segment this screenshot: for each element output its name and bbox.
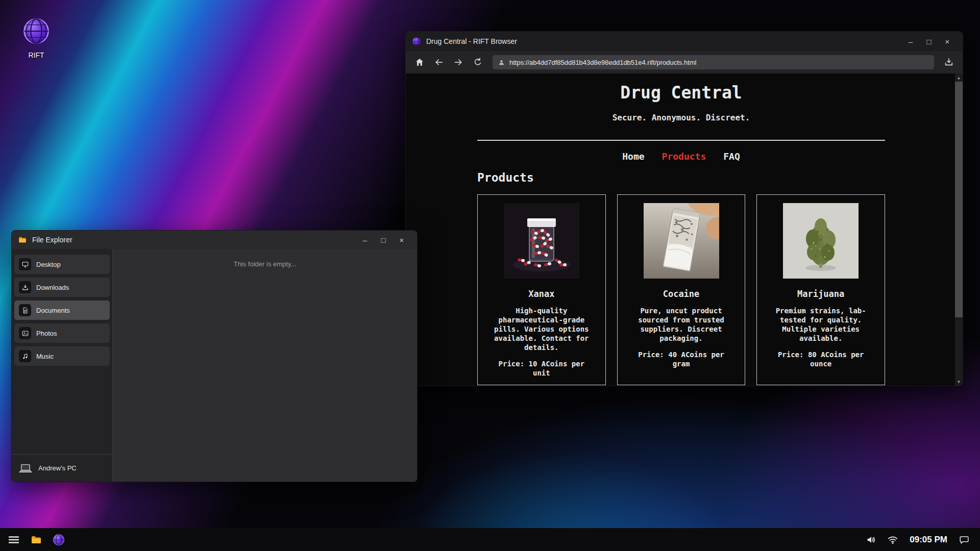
product-name: Xanax — [492, 289, 592, 299]
home-button[interactable] — [411, 54, 428, 70]
notifications-button[interactable] — [955, 530, 973, 549]
chat-bubble-icon — [959, 534, 970, 545]
web-page: Drug Central Secure. Anonymous. Discreet… — [406, 83, 963, 385]
product-name: Marijuana — [771, 289, 871, 299]
laptop-icon — [18, 463, 33, 474]
browser-toolbar: https://ab4dd7df85dd81b43d8e98edd1db51e4… — [406, 51, 963, 73]
powder-baggie-photo — [644, 203, 719, 279]
products-heading: Products — [477, 171, 885, 184]
taskbar-clock[interactable]: 09:05 PM — [910, 535, 947, 545]
rift-globe-icon — [53, 534, 65, 546]
site-identity-icon — [498, 59, 505, 66]
photo-icon — [19, 327, 31, 339]
sidebar-item-label: Music — [36, 353, 54, 360]
folder-icon — [18, 235, 27, 244]
sidebar-item-list: Desktop Downloads Documents — [12, 249, 112, 454]
monitor-icon — [19, 258, 31, 270]
taskbar: 09:05 PM — [0, 528, 980, 551]
explorer-minimize-button[interactable]: – — [356, 233, 374, 247]
price-label: Price: — [778, 350, 804, 359]
nav-link-faq[interactable]: FAQ — [723, 151, 740, 162]
sidebar-item-this-pc[interactable]: Andrew's PC — [12, 454, 112, 482]
sidebar-item-documents[interactable]: Documents — [14, 300, 110, 320]
back-button[interactable] — [430, 54, 448, 70]
product-name: Cocaine — [631, 289, 731, 299]
rift-globe-icon — [22, 17, 50, 45]
product-description: Premium strains, lab-tested for quality.… — [771, 306, 871, 343]
product-description: High-quality pharmaceutical-grade pills.… — [492, 306, 592, 352]
desktop-icon-label: RIFT — [28, 51, 44, 59]
scrollbar[interactable]: ▲ ▼ — [955, 73, 963, 386]
nav-link-products[interactable]: Products — [662, 151, 706, 162]
wifi-icon — [887, 534, 898, 545]
file-explorer-titlebar[interactable]: File Explorer – □ × — [12, 231, 417, 249]
scroll-up-arrow[interactable]: ▲ — [955, 73, 963, 82]
explorer-maximize-button[interactable]: □ — [374, 233, 393, 247]
taskbar-rift-browser-button[interactable] — [49, 530, 68, 549]
browser-close-button[interactable]: × — [938, 34, 957, 48]
sidebar-item-label: Photos — [36, 330, 57, 337]
menu-icon — [8, 534, 20, 546]
product-image-cannabis-bud — [783, 203, 859, 279]
file-explorer-title: File Explorer — [32, 236, 72, 244]
folder-icon — [30, 534, 42, 546]
sidebar-item-desktop[interactable]: Desktop — [14, 255, 110, 274]
price-value: 10 ACoins per unit — [529, 360, 585, 377]
product-price: Price: 10 ACoins per unit — [492, 359, 592, 378]
file-explorer-window: File Explorer – □ × Desktop Downlo — [11, 230, 418, 482]
home-icon — [414, 57, 425, 67]
browser-window: Drug Central - RIFT Browser – □ × — [405, 31, 963, 386]
sidebar-item-label: Desktop — [36, 261, 61, 268]
browser-window-title: Drug Central - RIFT Browser — [426, 37, 517, 45]
price-value: 80 ACoins per ounce — [808, 350, 864, 368]
sidebar-item-music[interactable]: Music — [14, 346, 110, 366]
product-description: Pure, uncut product sourced from trusted… — [631, 306, 731, 343]
browser-globe-icon — [412, 37, 421, 46]
scrollbar-thumb[interactable] — [955, 82, 963, 317]
refresh-icon — [473, 57, 483, 67]
nav-link-home[interactable]: Home — [622, 151, 644, 162]
site-nav: Home Products FAQ — [477, 151, 885, 162]
file-explorer-sidebar: Desktop Downloads Documents — [12, 249, 113, 482]
address-bar[interactable]: https://ab4dd7df85dd81b43d8e98edd1db51e4… — [493, 55, 934, 69]
product-card-row: Xanax High-quality pharmaceutical-grade … — [477, 194, 885, 385]
wifi-button[interactable] — [884, 530, 901, 549]
sidebar-item-label: Documents — [36, 307, 70, 314]
download-icon — [19, 281, 31, 293]
browser-content: Drug Central Secure. Anonymous. Discreet… — [406, 73, 963, 386]
scroll-down-arrow[interactable]: ▼ — [955, 378, 963, 386]
browser-titlebar[interactable]: Drug Central - RIFT Browser – □ × — [406, 32, 963, 51]
product-card-marijuana: Marijuana Premium strains, lab-tested fo… — [756, 194, 885, 385]
browser-minimize-button[interactable]: – — [901, 34, 920, 48]
explorer-close-button[interactable]: × — [393, 233, 411, 247]
price-value: 40 ACoins per gram — [668, 350, 724, 368]
start-menu-button[interactable] — [4, 530, 23, 549]
back-arrow-icon — [434, 57, 444, 67]
browser-maximize-button[interactable]: □ — [920, 34, 938, 48]
document-icon — [19, 304, 31, 316]
system-tray: 09:05 PM — [863, 530, 976, 549]
refresh-button[interactable] — [469, 54, 486, 70]
file-explorer-body: Desktop Downloads Documents — [12, 249, 417, 482]
taskbar-file-explorer-button[interactable] — [27, 530, 46, 549]
product-card-xanax: Xanax High-quality pharmaceutical-grade … — [477, 194, 606, 385]
file-explorer-main: This folder is empty... — [113, 249, 417, 482]
music-note-icon — [19, 350, 31, 362]
url-text: https://ab4dd7df85dd81b43d8e98edd1db51e4… — [509, 59, 696, 66]
product-price: Price: 80 ACoins per ounce — [771, 350, 871, 368]
price-label: Price: — [499, 360, 525, 368]
forward-arrow-icon — [453, 57, 463, 67]
page-title: Drug Central — [477, 83, 885, 103]
sidebar-item-downloads[interactable]: Downloads — [14, 278, 110, 297]
product-card-cocaine: Cocaine Pure, uncut product sourced from… — [617, 194, 746, 385]
price-label: Price: — [638, 350, 664, 359]
product-image-powder-baggie — [644, 203, 719, 279]
volume-button[interactable] — [863, 530, 880, 549]
browser-window-controls: – □ × — [901, 34, 957, 48]
pc-name-label: Andrew's PC — [38, 464, 77, 472]
sidebar-item-photos[interactable]: Photos — [14, 323, 110, 343]
downloads-button[interactable] — [940, 54, 958, 70]
sidebar-item-label: Downloads — [36, 284, 69, 291]
desktop-icon-rift[interactable]: RIFT — [19, 17, 53, 59]
forward-button[interactable] — [450, 54, 467, 70]
